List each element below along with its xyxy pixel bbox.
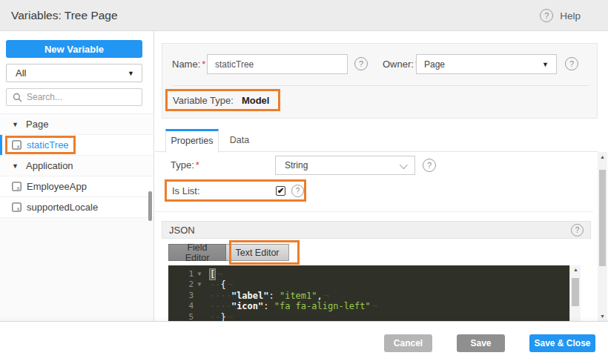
code-line: 4····"icon": "fa fa-align-left"	[168, 301, 569, 311]
is-list-checkbox[interactable]: ✔	[276, 186, 285, 196]
model-variable-icon: x	[12, 202, 22, 212]
line-number: 2	[168, 279, 194, 290]
dialog-body: New Variable All ▼ ▼ Page	[0, 31, 608, 321]
type-selected-value: String	[285, 160, 308, 171]
owner-label: Owner:*	[383, 54, 419, 74]
sidebar-scrollbar-thumb[interactable]	[148, 191, 152, 221]
variables-dialog: Variables: Tree Page ? Help New Variable…	[0, 0, 608, 364]
line-number: 5	[168, 312, 194, 321]
code-line: 5··}	[168, 312, 569, 321]
tree-group-application[interactable]: ▼ Application	[0, 156, 153, 176]
owner-selected-value: Page	[424, 59, 445, 70]
panel-scrollbar-thumb[interactable]	[599, 170, 606, 266]
line-number: 3	[168, 291, 194, 301]
variable-detail-panel: Name:* ? Owner:* Page ▼ ? Variable Type:…	[155, 31, 608, 321]
json-section: JSON ? Field Editor Text Editor 1▼[2▼··{…	[162, 221, 591, 321]
name-label: Name:*	[172, 54, 205, 74]
owner-help-icon[interactable]: ?	[565, 57, 578, 70]
fold-caret-icon[interactable]: ▼	[194, 279, 205, 290]
chevron-down-icon	[400, 161, 408, 169]
variable-type-annotation-box: Variable Type: Model	[165, 89, 280, 111]
json-help-icon[interactable]: ?	[571, 224, 584, 236]
tree-group-label: Page	[26, 119, 48, 130]
code-line: 1▼[	[168, 269, 569, 279]
json-section-header: JSON ?	[162, 221, 591, 239]
type-select[interactable]: String	[275, 156, 415, 175]
scroll-up-icon[interactable]: ▲	[570, 267, 581, 272]
tree-item-supportedlocale[interactable]: x supportedLocale	[0, 197, 153, 218]
code-text: ··{	[210, 279, 569, 290]
json-code-editor[interactable]: 1▼[2▼··{3····"label": "item1",4····"icon…	[168, 265, 581, 321]
editor-scrollbar-thumb[interactable]	[572, 278, 579, 306]
variable-type-label: Variable Type:	[173, 95, 234, 106]
filter-selected-value: All	[16, 67, 26, 79]
is-list-label: Is List:	[172, 185, 276, 196]
help-button[interactable]: ? Help	[540, 0, 581, 31]
tree-group-label: Application	[26, 160, 73, 171]
model-variable-icon: x	[12, 182, 22, 191]
code-text: ··}	[210, 312, 569, 321]
cancel-button[interactable]: Cancel	[384, 334, 432, 352]
tree-item-employeeapp[interactable]: x EmployeeApp	[0, 176, 153, 197]
editor-mode-toggle: Field Editor Text Editor	[168, 244, 289, 261]
required-asterisk: *	[202, 59, 205, 70]
annotation-box: x staticTree	[5, 136, 76, 154]
fold-gutter	[194, 301, 205, 311]
name-field[interactable]	[207, 54, 348, 74]
tree-group-page[interactable]: ▼ Page	[0, 114, 153, 135]
text-editor-button[interactable]: Text Editor	[226, 244, 289, 261]
card-divider	[172, 85, 589, 86]
collapse-caret-icon: ▼	[12, 162, 21, 170]
search-input[interactable]	[27, 92, 123, 102]
tab-properties[interactable]: Properties	[165, 129, 219, 153]
scroll-up-icon[interactable]: ▲	[598, 154, 607, 159]
variable-type-value: Model	[242, 95, 270, 106]
dialog-footer: Cancel Save Save & Close	[0, 321, 608, 364]
code-text: [	[210, 269, 569, 279]
variables-tree: ▼ Page x staticTree ▼ Application	[0, 113, 153, 218]
code-line: 2▼··{	[168, 279, 569, 290]
fold-gutter	[194, 312, 205, 321]
code-lines: 1▼[2▼··{3····"label": "item1",4····"icon…	[168, 265, 569, 321]
editor-scrollbar[interactable]: ▲	[569, 265, 581, 321]
fold-gutter	[194, 291, 205, 301]
fold-caret-icon[interactable]: ▼	[194, 269, 205, 279]
tab-data[interactable]: Data	[219, 129, 260, 152]
variable-summary-card: Name:* ? Owner:* Page ▼ ? Variable Type:…	[162, 43, 598, 119]
help-icon: ?	[540, 9, 553, 22]
svg-text:x: x	[17, 206, 20, 212]
is-list-annotation-box: Is List: ✔ ?	[165, 179, 306, 202]
type-help-icon[interactable]: ?	[423, 159, 436, 172]
owner-select[interactable]: Page ▼	[416, 54, 557, 74]
sidebar-controls: New Variable All ▼	[0, 31, 153, 113]
json-title: JSON	[169, 225, 195, 236]
tree-item-statictree[interactable]: x staticTree	[0, 135, 153, 156]
detail-tabbar: Properties Data	[155, 129, 598, 152]
svg-text:x: x	[17, 185, 20, 191]
section-divider	[155, 211, 593, 212]
panel-scrollbar[interactable]: ▲ ▼	[598, 152, 607, 321]
collapse-caret-icon: ▼	[12, 121, 21, 128]
line-number: 4	[168, 301, 194, 311]
code-line: 3····"label": "item1",	[168, 291, 569, 301]
tree-item-label: supportedLocale	[27, 202, 98, 213]
new-variable-button[interactable]: New Variable	[6, 40, 142, 58]
search-icon	[13, 93, 22, 102]
variable-filter-select[interactable]: All ▼	[6, 64, 142, 82]
type-label: Type:*	[171, 156, 199, 175]
name-help-icon[interactable]: ?	[354, 57, 368, 70]
scroll-down-icon[interactable]: ▼	[598, 314, 607, 319]
field-editor-button[interactable]: Field Editor	[168, 244, 226, 261]
svg-text:x: x	[17, 144, 20, 150]
code-text: ····"icon": "fa fa-align-left"	[210, 301, 569, 311]
is-list-help-icon[interactable]: ?	[291, 185, 304, 197]
save-and-close-button[interactable]: Save & Close	[529, 334, 595, 352]
page-title: Variables: Tree Page	[11, 0, 118, 31]
line-number: 1	[168, 269, 194, 279]
tree-item-label: EmployeeApp	[27, 181, 87, 192]
required-asterisk: *	[196, 159, 199, 171]
caret-down-icon: ▼	[128, 70, 134, 77]
model-variable-icon: x	[12, 140, 22, 150]
caret-down-icon: ▼	[542, 61, 549, 68]
save-button[interactable]: Save	[457, 334, 505, 352]
